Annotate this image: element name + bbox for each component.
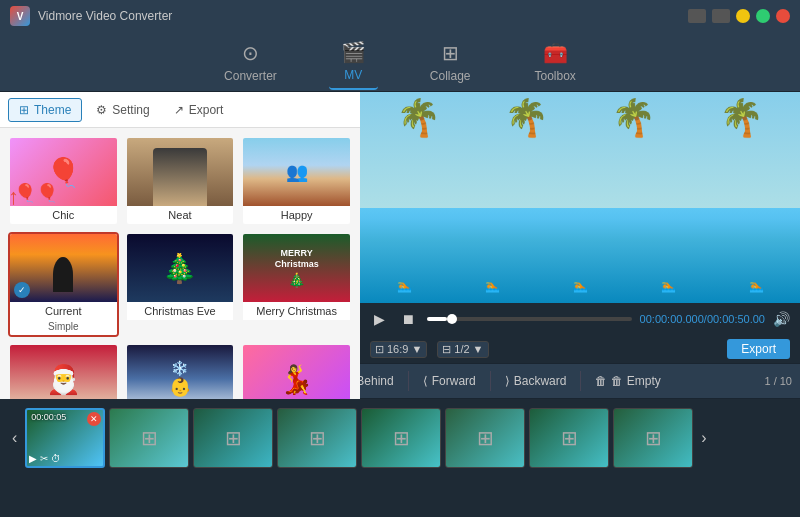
close-button[interactable]: ✕ <box>776 9 790 23</box>
progress-bar[interactable] <box>427 317 632 321</box>
clip-time-1: 00:00:05 <box>31 412 66 422</box>
quality-select[interactable]: ⊟ 1/2 ▼ <box>437 341 488 358</box>
volume-icon[interactable]: 🔊 <box>773 311 790 327</box>
add-placeholder: ⊞ <box>309 426 326 450</box>
tab-toolbox[interactable]: 🧰 Toolbox <box>523 35 588 89</box>
theme-chic-label: Chic <box>10 206 117 224</box>
export-tab-label: Export <box>189 103 224 117</box>
timeline-clip-8[interactable]: ⊞ <box>613 408 693 468</box>
clip-close-1[interactable]: ✕ <box>87 412 101 426</box>
add-placeholder: ⊞ <box>645 426 662 450</box>
clip-cut-1[interactable]: ✂ <box>40 453 48 464</box>
top-navigation: ⊙ Converter 🎬 MV ⊞ Collage 🧰 Toolbox <box>0 32 800 92</box>
theme-current-sublabel: Simple <box>10 320 117 335</box>
ratio-icon: ⊡ <box>375 343 384 356</box>
theme-current[interactable]: ✓ Current Simple <box>8 232 119 337</box>
add-placeholder: ⊞ <box>561 426 578 450</box>
ratio-value: 16:9 <box>387 343 408 355</box>
export-tab[interactable]: ↗ Export <box>164 99 234 121</box>
progress-fill <box>427 317 447 321</box>
theme-tab-icon: ⊞ <box>19 103 29 117</box>
clip-clock-1[interactable]: ⏱ <box>51 453 61 464</box>
current-check-badge: ✓ <box>14 282 30 298</box>
video-preview: 🌴🌴🌴🌴 🏊🏊🏊🏊🏊 <box>360 92 800 303</box>
theme-merry-christmas-thumb: MERRYChristmas 🎄 <box>243 234 350 302</box>
export-button[interactable]: Export <box>727 339 790 359</box>
maximize-button[interactable]: □ <box>756 9 770 23</box>
theme-happy[interactable]: 👥 Happy <box>241 136 352 226</box>
timeline-next[interactable]: › <box>697 429 710 447</box>
quality-value: 1/2 <box>454 343 469 355</box>
left-panel-wrapper: ↑ ⊞ Theme ⚙ Setting ↗ Export <box>0 92 360 363</box>
tab-converter[interactable]: ⊙ Converter <box>212 35 289 89</box>
timeline-clip-1[interactable]: 00:00:05 ✕ ▶ ✂ ⏱ <box>25 408 105 468</box>
timeline-clip-3[interactable]: ⊞ <box>193 408 273 468</box>
divider-5 <box>408 371 409 391</box>
theme-tab-label: Theme <box>34 103 71 117</box>
theme-chic[interactable]: 🎈 Chic <box>8 136 119 226</box>
theme-christmas-eve-label: Christmas Eve <box>127 302 234 320</box>
divider-6 <box>490 371 491 391</box>
collage-label: Collage <box>430 69 471 83</box>
forward-icon: ⟨ <box>423 374 428 388</box>
theme-christmas-eve[interactable]: 🎄 Christmas Eve <box>125 232 236 337</box>
collage-icon: ⊞ <box>442 41 459 65</box>
timeline-clip-2[interactable]: ⊞ <box>109 408 189 468</box>
converter-icon: ⊙ <box>242 41 259 65</box>
add-placeholder: ⊞ <box>225 426 242 450</box>
app-title: Vidmore Video Converter <box>38 9 172 23</box>
theme-happy-label: Happy <box>243 206 350 224</box>
backward-icon: ⟩ <box>505 374 510 388</box>
minimize-button[interactable]: — <box>736 9 750 23</box>
main-content: ↑ ⊞ Theme ⚙ Setting ↗ Export <box>0 92 800 363</box>
video-bottom-controls: ⊡ 16:9 ▼ ⊟ 1/2 ▼ Export <box>360 335 800 363</box>
red-arrow-indicator: ↑ <box>8 184 19 210</box>
forward-button[interactable]: ⟨ Forward <box>415 371 484 391</box>
setting-tab-icon: ⚙ <box>96 103 107 117</box>
palm-trees: 🌴🌴🌴🌴 <box>365 97 795 139</box>
aspect-ratio-select[interactable]: ⊡ 16:9 ▼ <box>370 341 427 358</box>
quality-icon: ⊟ <box>442 343 451 356</box>
clip-play-1[interactable]: ▶ <box>29 453 37 464</box>
progress-handle[interactable] <box>447 314 457 324</box>
converter-label: Converter <box>224 69 277 83</box>
theme-grid: 🎈 Chic Neat 👥 Happy <box>0 128 360 441</box>
divider-7 <box>580 371 581 391</box>
chat-button[interactable]: 💬 <box>688 9 706 23</box>
theme-tab[interactable]: ⊞ Theme <box>8 98 82 122</box>
theme-neat[interactable]: Neat <box>125 136 236 226</box>
timeline-clip-5[interactable]: ⊞ <box>361 408 441 468</box>
empty-icon: 🗑 <box>595 374 607 388</box>
timeline: ‹ 00:00:05 ✕ ▶ ✂ ⏱ ⊞ ⊞ ⊞ ⊞ ⊞ ⊞ ⊞ › <box>0 399 800 477</box>
theme-christmas-eve-thumb: 🎄 <box>127 234 234 302</box>
empty-label: 🗑 Empty <box>611 374 660 388</box>
setting-tab-label: Setting <box>112 103 149 117</box>
add-placeholder: ⊞ <box>477 426 494 450</box>
video-controls: ▶ ⏹ 00:00:00.000/00:00:50.00 🔊 <box>360 303 800 335</box>
timeline-prev[interactable]: ‹ <box>8 429 21 447</box>
timeline-clip-7[interactable]: ⊞ <box>529 408 609 468</box>
timeline-clip-6[interactable]: ⊞ <box>445 408 525 468</box>
tab-collage[interactable]: ⊞ Collage <box>418 35 483 89</box>
theme-merry-christmas[interactable]: MERRYChristmas 🎄 Merry Christmas <box>241 232 352 337</box>
pool-people: 🏊🏊🏊🏊🏊 <box>360 279 800 293</box>
empty-button[interactable]: 🗑 🗑 Empty <box>587 371 668 391</box>
clip-controls-1: ▶ ✂ ⏱ <box>29 453 61 464</box>
tab-mv[interactable]: 🎬 MV <box>329 34 378 90</box>
mv-icon: 🎬 <box>341 40 366 64</box>
menu-button[interactable]: ☰ <box>712 9 730 23</box>
left-panel: ⊞ Theme ⚙ Setting ↗ Export 🎈 <box>0 92 360 441</box>
page-indicator: 1 / 10 <box>764 375 792 387</box>
theme-merry-christmas-label: Merry Christmas <box>243 302 350 320</box>
toolbox-label: Toolbox <box>535 69 576 83</box>
stop-button[interactable]: ⏹ <box>397 309 419 329</box>
mv-label: MV <box>344 68 362 82</box>
title-bar-left: V Vidmore Video Converter <box>10 6 172 26</box>
theme-happy-thumb: 👥 <box>243 138 350 206</box>
timeline-clip-4[interactable]: ⊞ <box>277 408 357 468</box>
forward-label: Forward <box>432 374 476 388</box>
setting-tab[interactable]: ⚙ Setting <box>86 99 159 121</box>
theme-chic-thumb: 🎈 <box>10 138 117 206</box>
backward-button[interactable]: ⟩ Backward <box>497 371 575 391</box>
play-button[interactable]: ▶ <box>370 309 389 329</box>
